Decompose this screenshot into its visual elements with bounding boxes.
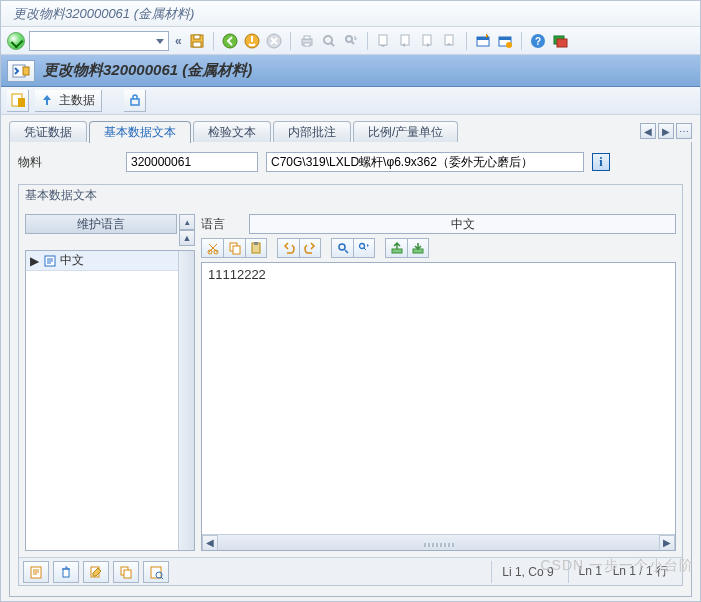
sap-window: 更改物料320000061 (金属材料) « ? 更改物料320000061 (… [0,0,701,602]
scroll-right-icon[interactable]: ▶ [659,535,675,551]
change-text-button[interactable] [83,561,109,583]
editor-content: 11112222 [208,267,266,282]
tab-scroll-right[interactable]: ▶ [658,123,674,139]
back-icon[interactable] [221,32,239,50]
editor-lang-label: 语言 [201,216,241,233]
last-page-icon [441,32,459,50]
save-icon[interactable] [188,32,206,50]
row-selector-icon[interactable]: ▶ [26,251,42,271]
scroll-top-icon[interactable]: ▴ [179,214,195,230]
resize-grip-icon[interactable] [424,543,454,547]
page-title: 更改物料320000061 (金属材料) [43,61,252,80]
shortcut-icon[interactable] [496,32,514,50]
tab-doc-data[interactable]: 凭证数据 [9,121,87,143]
copy-text-button[interactable] [113,561,139,583]
tab-internal-note[interactable]: 内部批注 [273,121,351,143]
upload-icon[interactable] [385,238,407,258]
basic-text-group: 基本数据文本 维护语言 ▴ ▲ ▶ [18,184,683,586]
svg-rect-29 [131,99,139,105]
lock-button[interactable] [124,90,146,112]
content-area: 凭证数据 基本数据文本 检验文本 内部批注 比例/产量单位 ◀ ▶ ⋯ 物料 i… [1,115,700,601]
svg-rect-26 [23,67,29,75]
svg-rect-45 [124,570,131,578]
tab-label: 比例/产量单位 [368,124,443,141]
editor-toolbar [201,238,676,262]
language-row[interactable]: ▶ 中文 [26,251,178,271]
page-title-bar: 更改物料320000061 (金属材料) [1,55,700,87]
create-text-button[interactable] [23,561,49,583]
language-name: 中文 [58,252,84,269]
tab-ratio-unit[interactable]: 比例/产量单位 [353,121,458,143]
separator [521,32,522,50]
svg-point-10 [324,36,332,44]
editor-lang-text: 中文 [451,216,475,233]
details-button[interactable] [143,561,169,583]
window-title: 更改物料320000061 (金属材料) [13,5,194,23]
material-row: 物料 i [18,152,683,172]
delete-text-button[interactable] [53,561,79,583]
text-exists-icon [42,253,58,269]
copy-icon[interactable] [223,238,245,258]
system-toolbar: « ? [1,27,700,55]
new-session-icon[interactable] [474,32,492,50]
tab-list-button[interactable]: ⋯ [676,123,692,139]
info-icon[interactable]: i [592,153,610,171]
prev-page-icon [397,32,415,50]
redo-icon[interactable] [299,238,321,258]
svg-rect-34 [233,246,240,254]
svg-rect-19 [499,37,511,40]
group-title: 基本数据文本 [19,185,682,208]
tab-body: 物料 i 基本数据文本 维护语言 ▴ ▲ [9,142,692,597]
main-data-button[interactable]: 主数据 [35,90,102,112]
tab-label: 检验文本 [208,124,256,141]
editor-lang-value[interactable]: 中文 [249,214,676,234]
svg-rect-8 [304,36,310,39]
svg-point-38 [360,244,365,249]
cut-icon[interactable] [201,238,223,258]
collapse-icon[interactable]: « [173,34,184,48]
language-list[interactable]: ▶ 中文 [25,250,195,551]
undo-icon[interactable] [277,238,299,258]
svg-rect-28 [18,98,25,107]
find-replace-icon[interactable] [353,238,375,258]
svg-rect-42 [63,569,69,577]
tab-inspect-text[interactable]: 检验文本 [193,121,271,143]
text-editor[interactable]: 11112222 ◀ ▶ [201,262,676,551]
cancel-icon [265,32,283,50]
svg-rect-24 [557,39,567,47]
application-toolbar: 主数据 [1,87,700,115]
separator [290,32,291,50]
enter-button[interactable] [7,32,25,50]
language-panel: 维护语言 ▴ ▲ ▶ 中文 [25,214,195,551]
tab-basic-text[interactable]: 基本数据文本 [89,121,191,143]
tab-scroll-left[interactable]: ◀ [640,123,656,139]
tab-label: 基本数据文本 [104,124,176,141]
scroll-left-icon[interactable]: ◀ [202,535,218,551]
help-icon[interactable]: ? [529,32,547,50]
lang-scrollbar[interactable] [178,251,194,550]
separator [367,32,368,50]
find-icon [320,32,338,50]
svg-rect-9 [304,43,310,46]
status-position: Li 1, Co 9 [491,561,563,583]
page-toggle-button[interactable] [7,60,35,82]
editor-h-scrollbar[interactable]: ◀ ▶ [202,534,675,550]
material-input[interactable] [126,152,258,172]
exit-icon[interactable] [243,32,261,50]
tab-label: 内部批注 [288,124,336,141]
svg-rect-12 [379,35,387,45]
material-label: 物料 [18,154,118,171]
scroll-up-icon[interactable]: ▲ [179,230,195,246]
layout-icon[interactable] [551,32,569,50]
svg-point-4 [223,34,237,48]
lang-header: 维护语言 [25,214,177,234]
command-field[interactable] [29,31,169,51]
find-text-icon[interactable] [331,238,353,258]
download-icon[interactable] [407,238,429,258]
window-title-bar: 更改物料320000061 (金属材料) [1,1,700,27]
svg-point-20 [506,42,512,48]
material-description-input[interactable] [266,152,584,172]
svg-rect-36 [254,242,258,245]
paste-icon[interactable] [245,238,267,258]
additional-data-button[interactable] [7,90,29,112]
